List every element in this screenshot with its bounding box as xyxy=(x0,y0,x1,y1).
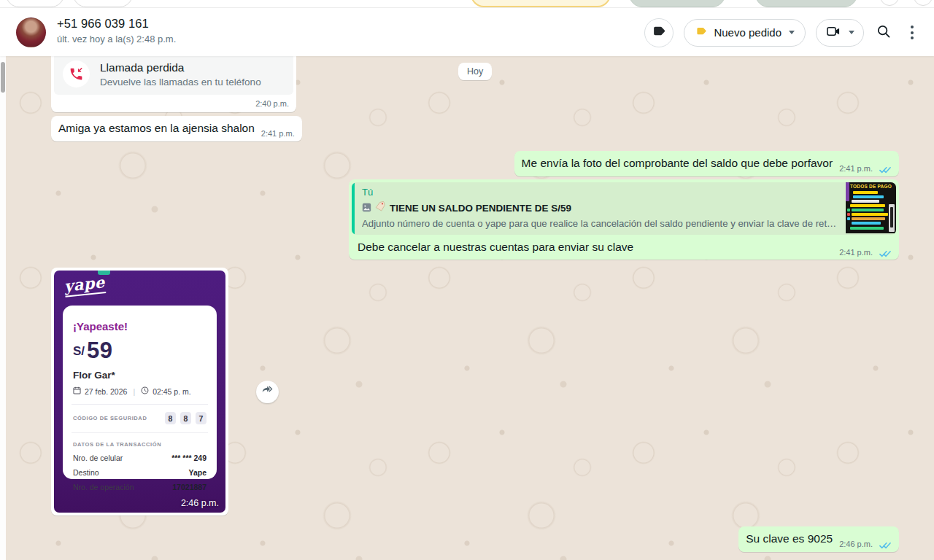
missed-call-panel[interactable]: Llamada perdida Devuelve las llamadas en… xyxy=(54,56,293,95)
divider xyxy=(72,432,208,433)
message-text: Me envía la foto del comprobante del sal… xyxy=(522,155,833,171)
transaction-data-label: DATOS DE LA TRANSACCIÓN xyxy=(73,441,207,448)
missed-call-icon xyxy=(63,61,90,88)
transaction-row: Nro. de operación 17021887 xyxy=(73,483,207,491)
receipt-title: ¡Yapeaste! xyxy=(73,320,207,332)
clock-icon xyxy=(141,386,149,396)
transaction-row: Nro. de celular *** *** 249 xyxy=(73,454,207,462)
receipt-meta: 27 feb. 2026 | 02:45 p. m. xyxy=(73,386,207,396)
security-code-digits: 8 8 7 xyxy=(165,412,207,424)
video-call-icon xyxy=(825,23,841,42)
row-label: Destino xyxy=(73,468,99,477)
cutoff-circle xyxy=(914,0,933,6)
quote-title: TIENE UN SALDO PENDIENTE DE S/59 xyxy=(390,203,571,214)
missed-call-subtitle: Devuelve las llamadas en tu teléfono xyxy=(100,77,261,88)
scrollbar-thumb[interactable] xyxy=(1,62,5,93)
header-actions: Nuevo pedido xyxy=(644,8,921,57)
read-receipt-icon xyxy=(879,542,892,550)
message-time: 2:41 p.m. xyxy=(839,248,873,257)
cutoff-pill-yellow[interactable] xyxy=(471,0,611,7)
cutoff-pill[interactable] xyxy=(73,0,133,7)
read-receipt-icon xyxy=(879,166,892,174)
read-receipt-icon xyxy=(879,250,892,258)
message-time: 2:40 p.m. xyxy=(54,95,293,108)
receipt-card: ¡Yapeaste! S/ 59 Flor Gar* 27 feb. 2026 … xyxy=(63,306,217,479)
quoted-message[interactable]: Tú TIENE UN SALDO PENDIENTE DE S/59 Adju… xyxy=(352,182,896,235)
payee-name: Flor Gar* xyxy=(73,370,207,381)
message-time: 2:41 p.m. xyxy=(839,164,873,173)
code-digit: 8 xyxy=(180,412,191,424)
message-text: Amiga ya estamos en la ajensia shalon xyxy=(58,120,255,136)
video-call-button[interactable] xyxy=(816,19,864,47)
quote-sender: Tú xyxy=(362,187,837,198)
amount-value: 59 xyxy=(87,340,112,362)
message-text: Debe cancelar a nuestras cuentas para en… xyxy=(358,239,833,254)
outgoing-message-with-quote: Tú TIENE UN SALDO PENDIENTE DE S/59 Adju… xyxy=(349,179,899,260)
contact-phone: +51 966 039 161 xyxy=(57,17,176,31)
forward-button[interactable] xyxy=(256,381,279,403)
conversation-panel: Hoy Llamada perdida Devuelve las llamada… xyxy=(0,56,934,560)
row-label: Nro. de celular xyxy=(73,454,123,462)
contact-avatar[interactable] xyxy=(16,18,46,47)
whatsapp-chat-window: +51 966 039 161 últ. vez hoy a la(s) 2:4… xyxy=(0,0,934,560)
label-icon xyxy=(651,23,667,42)
cutoff-pill[interactable] xyxy=(6,0,64,7)
label-button[interactable] xyxy=(644,18,674,47)
row-value: 17021887 xyxy=(172,483,207,491)
new-order-label: Nuevo pedido xyxy=(714,26,781,39)
search-icon xyxy=(876,23,892,42)
missed-call-title: Llamada perdida xyxy=(100,61,261,74)
order-tag-icon xyxy=(695,25,708,41)
message-time: 2:46 p.m. xyxy=(839,540,873,548)
menu-button[interactable] xyxy=(903,23,921,42)
chevron-down-icon xyxy=(789,31,795,34)
cutoff-circle xyxy=(880,0,899,6)
chevron-down-icon xyxy=(849,31,854,34)
missed-call-texts: Llamada perdida Devuelve las llamadas en… xyxy=(100,61,261,88)
thumbnail-title: TODOS DE PAGO xyxy=(846,182,896,189)
cutoff-pill-sage[interactable] xyxy=(755,0,857,7)
calendar-icon xyxy=(73,386,81,396)
image-message: yape ¡Yapeaste! S/ 59 Flor Gar* 27 feb. … xyxy=(51,268,228,516)
row-value: *** *** 249 xyxy=(171,454,207,462)
contact-last-seen: últ. vez hoy a la(s) 2:48 p.m. xyxy=(57,34,176,44)
date-divider: Hoy xyxy=(458,63,492,80)
receipt-date: 27 feb. 2026 xyxy=(85,387,127,396)
meta-separator: | xyxy=(133,387,135,396)
quote-content: Tú TIENE UN SALDO PENDIENTE DE S/59 Adju… xyxy=(355,182,846,235)
transaction-row: Destino Yape xyxy=(73,468,207,477)
outgoing-message: Me envía la foto del comprobante del sal… xyxy=(514,151,899,176)
quote-snippet: Adjunto número de cuenta o yape para que… xyxy=(362,218,837,229)
quoted-thumbnail[interactable]: TODOS DE PAGO xyxy=(846,182,896,233)
security-code-label: CÓDIGO DE SEGURIDAD xyxy=(73,415,147,421)
search-button[interactable] xyxy=(874,23,893,42)
row-label: Nro. de operación xyxy=(73,483,134,491)
scrollbar-track[interactable] xyxy=(0,56,6,560)
outgoing-message: Su clave es 9025 2:46 p.m. xyxy=(738,526,899,552)
currency-symbol: S/ xyxy=(73,344,85,359)
yape-receipt-image[interactable]: yape ¡Yapeaste! S/ 59 Flor Gar* 27 feb. … xyxy=(54,271,225,513)
price-tag-icon xyxy=(375,201,386,215)
forward-icon xyxy=(260,384,274,400)
receipt-time: 02:45 p. m. xyxy=(153,387,191,396)
new-order-button[interactable]: Nuevo pedido xyxy=(684,19,806,47)
chat-header: +51 966 039 161 últ. vez hoy a la(s) 2:4… xyxy=(0,7,934,56)
row-value: Yape xyxy=(188,468,207,477)
missed-call-message: Llamada perdida Devuelve las llamadas en… xyxy=(51,56,296,112)
receipt-amount: S/ 59 xyxy=(73,340,207,362)
message-text: Su clave es 9025 xyxy=(746,531,833,546)
message-time: 2:46 p.m. xyxy=(181,498,219,508)
photo-icon xyxy=(362,202,371,215)
code-digit: 8 xyxy=(165,412,176,424)
incoming-message: Amiga ya estamos en la ajensia shalon 2:… xyxy=(51,116,302,141)
divider xyxy=(72,404,208,405)
cutoff-pill-sage[interactable] xyxy=(629,0,725,7)
message-time: 2:41 p.m. xyxy=(261,129,295,138)
yape-logo: yape xyxy=(63,273,106,298)
top-cutoff-strip xyxy=(0,0,934,7)
code-digit: 7 xyxy=(196,412,207,424)
contact-info[interactable]: +51 966 039 161 últ. vez hoy a la(s) 2:4… xyxy=(57,17,176,44)
